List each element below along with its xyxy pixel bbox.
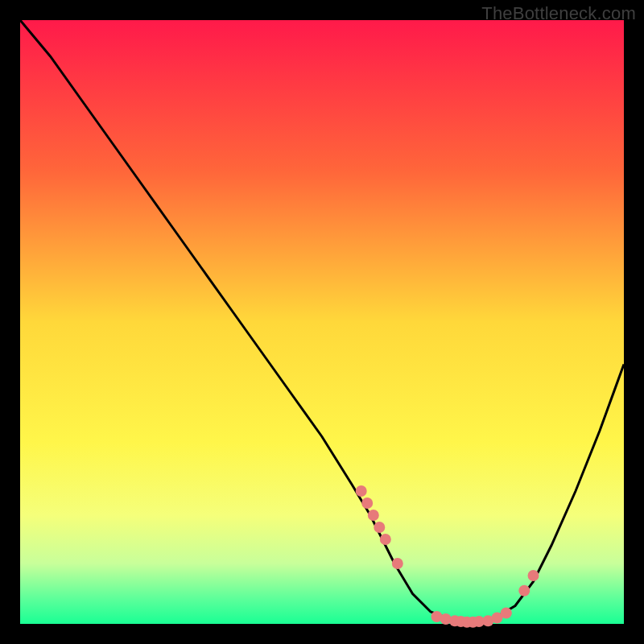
chart-svg: [20, 20, 624, 624]
data-point: [518, 585, 530, 597]
data-points-group: [356, 485, 539, 628]
data-point: [368, 510, 379, 521]
data-point: [392, 558, 403, 569]
bottleneck-curve: [20, 20, 624, 622]
data-point: [528, 570, 539, 581]
data-point: [361, 497, 373, 509]
data-point: [380, 534, 391, 545]
data-point: [501, 608, 512, 619]
data-point: [356, 485, 367, 497]
data-point: [374, 522, 385, 533]
